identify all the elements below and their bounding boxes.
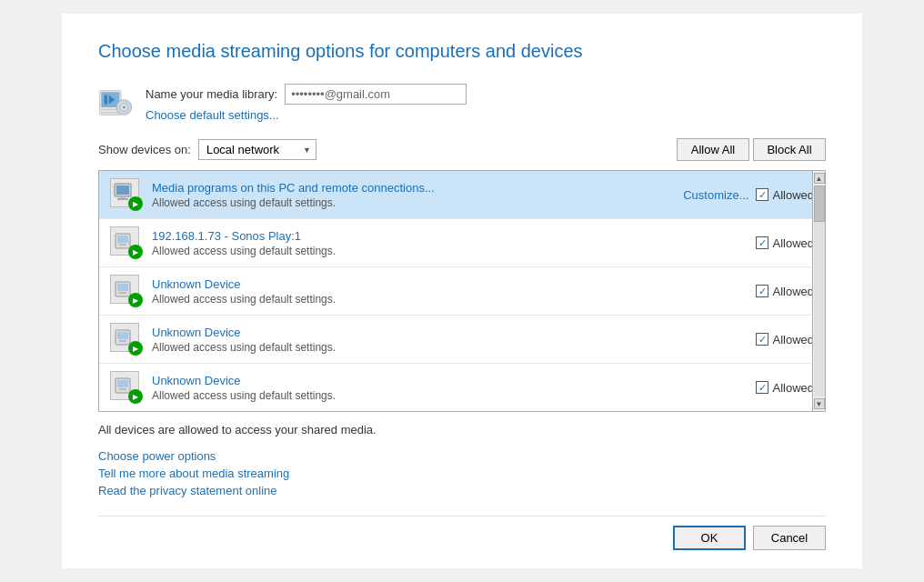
- scroll-thumb[interactable]: [814, 186, 825, 222]
- show-devices-row: Show devices on: Local network All netwo…: [98, 138, 826, 161]
- device-sub: Allowed access using default settings.: [152, 245, 659, 257]
- scroll-up-arrow[interactable]: ▲: [814, 173, 825, 184]
- svg-rect-24: [119, 388, 126, 390]
- device-right: ✓ Allowed: [668, 285, 814, 298]
- allowed-checkbox[interactable]: ✓ Allowed: [756, 285, 814, 298]
- play-badge-icon: ▶: [128, 196, 143, 211]
- device-right: ✓ Allowed: [668, 381, 814, 395]
- allowed-checkbox[interactable]: ✓ Allowed: [756, 333, 814, 346]
- main-dialog: Choose media streaming options for compu…: [62, 14, 862, 568]
- checkbox-icon: ✓: [756, 188, 768, 201]
- page-title: Choose media streaming options for compu…: [98, 41, 826, 62]
- privacy-statement-link[interactable]: Read the privacy statement online: [98, 484, 826, 497]
- media-library-label-row: Name your media library:: [146, 84, 467, 105]
- device-sub: Allowed access using default settings.: [152, 389, 659, 402]
- dialog-footer: OK Cancel: [98, 516, 826, 550]
- allowed-checkbox[interactable]: ✓ Allowed: [756, 236, 814, 250]
- show-devices-select-wrapper: Local network All networks Custom...: [198, 139, 316, 160]
- scrollbar[interactable]: ▲ ▼: [812, 171, 825, 411]
- scroll-down-arrow[interactable]: ▼: [814, 398, 825, 409]
- table-row[interactable]: ▶ Media programs on this PC and remote c…: [99, 171, 825, 219]
- show-devices-select[interactable]: Local network All networks Custom...: [198, 139, 316, 160]
- svg-rect-14: [117, 236, 128, 243]
- device-name-link[interactable]: Media programs on this PC and remote con…: [152, 181, 435, 195]
- svg-rect-17: [117, 284, 128, 291]
- media-library-input[interactable]: [285, 84, 467, 105]
- allowed-label: Allowed: [772, 381, 814, 395]
- svg-point-6: [123, 105, 126, 108]
- devices-table-layout: ▶ Media programs on this PC and remote c…: [99, 171, 825, 411]
- svg-rect-11: [120, 196, 126, 198]
- action-buttons: Allow All Block All: [677, 138, 826, 161]
- device-info: Media programs on this PC and remote con…: [152, 181, 659, 209]
- allowed-checkbox[interactable]: ✓ Allowed: [756, 188, 814, 202]
- svg-rect-18: [119, 292, 126, 294]
- device-name-link[interactable]: 192.168.1.73 - Sonos Play:1: [152, 229, 301, 243]
- bottom-links: Choose power options Tell me more about …: [98, 449, 826, 497]
- allowed-label: Allowed: [772, 236, 814, 250]
- device-icon-wrapper: ▶: [110, 323, 143, 356]
- table-row[interactable]: ▶ Unknown Device Allowed access using de…: [99, 267, 825, 316]
- scroll-track: [814, 186, 825, 396]
- ok-button[interactable]: OK: [673, 526, 746, 550]
- svg-rect-23: [117, 380, 128, 387]
- device-sub: Allowed access using default settings.: [152, 341, 659, 354]
- allowed-label: Allowed: [772, 285, 814, 298]
- checkbox-icon: ✓: [756, 333, 768, 346]
- table-row[interactable]: ▶ 192.168.1.73 - Sonos Play:1 Allowed ac…: [99, 219, 825, 267]
- svg-rect-21: [119, 340, 126, 342]
- device-sub: Allowed access using default settings.: [152, 293, 659, 306]
- device-sub: Allowed access using default settings.: [152, 196, 659, 209]
- svg-rect-10: [116, 186, 129, 195]
- checkbox-icon: ✓: [756, 236, 768, 249]
- device-icon-wrapper: ▶: [110, 178, 143, 211]
- device-icon-wrapper: ▶: [110, 226, 143, 259]
- media-library-row: Name your media library: Choose default …: [98, 84, 826, 122]
- all-devices-message: All devices are allowed to access your s…: [98, 423, 826, 436]
- block-all-button[interactable]: Block All: [753, 138, 826, 161]
- svg-rect-3: [101, 112, 119, 114]
- table-row[interactable]: ▶ Unknown Device Allowed access using de…: [99, 364, 825, 411]
- play-badge-icon: ▶: [128, 389, 143, 404]
- svg-rect-7: [105, 95, 107, 105]
- devices-scroll-container: ▶ Media programs on this PC and remote c…: [98, 170, 826, 412]
- device-icon-wrapper: ▶: [110, 275, 143, 307]
- device-info: Unknown Device Allowed access using defa…: [152, 326, 659, 354]
- checkbox-icon: ✓: [756, 285, 768, 297]
- device-right: ✓ Allowed: [668, 333, 814, 346]
- device-name-link[interactable]: Unknown Device: [152, 374, 241, 387]
- allowed-checkbox[interactable]: ✓ Allowed: [756, 381, 814, 395]
- device-name-link[interactable]: Unknown Device: [152, 326, 241, 339]
- choose-default-link[interactable]: Choose default settings...: [146, 108, 467, 122]
- media-library-label: Name your media library:: [146, 87, 277, 101]
- svg-rect-20: [117, 332, 128, 339]
- device-right: Customize... ✓ Allowed: [668, 188, 814, 202]
- devices-list: ▶ Media programs on this PC and remote c…: [99, 171, 825, 411]
- tell-me-more-link[interactable]: Tell me more about media streaming: [98, 467, 826, 480]
- allow-all-button[interactable]: Allow All: [677, 138, 749, 161]
- svg-rect-12: [117, 198, 128, 200]
- table-row[interactable]: ▶ Unknown Device Allowed access using de…: [99, 316, 825, 364]
- device-info: Unknown Device Allowed access using defa…: [152, 277, 659, 306]
- media-library-icon: [98, 85, 135, 121]
- cancel-button[interactable]: Cancel: [753, 526, 826, 550]
- allowed-label: Allowed: [772, 188, 814, 202]
- choose-power-options-link[interactable]: Choose power options: [98, 449, 826, 463]
- device-name-link[interactable]: Unknown Device: [152, 277, 241, 291]
- show-devices-label: Show devices on:: [98, 143, 191, 156]
- play-badge-icon: ▶: [128, 245, 143, 259]
- allowed-label: Allowed: [772, 333, 814, 346]
- checkbox-icon: ✓: [756, 381, 768, 394]
- customize-link[interactable]: Customize...: [683, 188, 748, 202]
- device-info: Unknown Device Allowed access using defa…: [152, 374, 659, 402]
- media-library-info: Name your media library: Choose default …: [146, 84, 467, 122]
- play-badge-icon: ▶: [128, 341, 143, 356]
- device-right: ✓ Allowed: [668, 236, 814, 250]
- device-icon-wrapper: ▶: [110, 371, 143, 404]
- device-info: 192.168.1.73 - Sonos Play:1 Allowed acce…: [152, 229, 659, 257]
- svg-rect-15: [119, 244, 126, 246]
- play-badge-icon: ▶: [128, 293, 143, 307]
